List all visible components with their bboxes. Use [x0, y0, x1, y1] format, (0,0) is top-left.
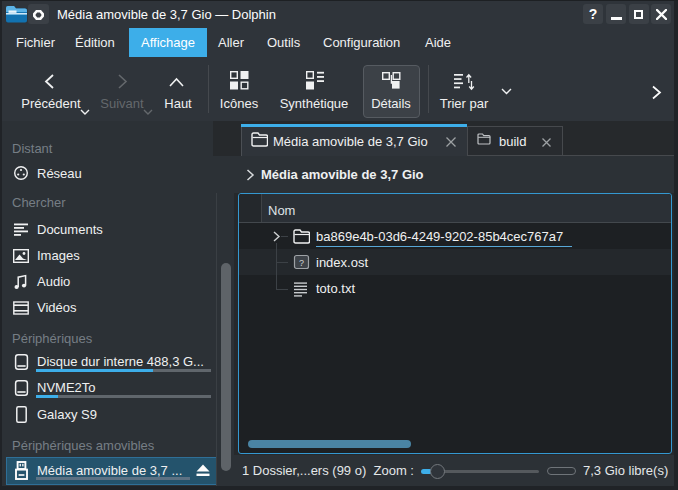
svg-text:?: ?: [299, 258, 304, 268]
